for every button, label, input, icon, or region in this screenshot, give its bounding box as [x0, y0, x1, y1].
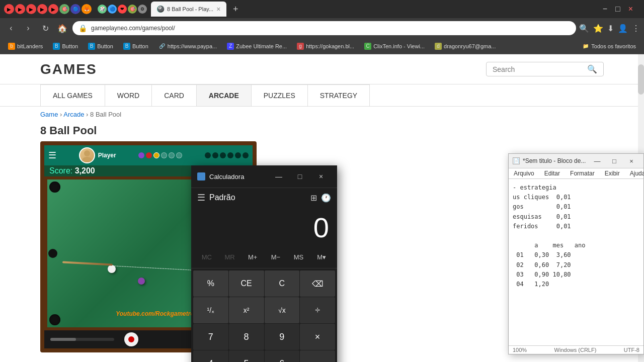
bookmark-label-all: Todos os favoritos	[591, 43, 636, 49]
calc-6-button[interactable]: 6	[265, 350, 300, 362]
notepad-editar[interactable]: Editar	[539, 168, 565, 178]
calc-divide-button[interactable]: ÷	[300, 297, 335, 323]
calc-sqrt-button[interactable]: √x	[265, 297, 300, 323]
calc-9-button[interactable]: 9	[265, 324, 300, 350]
back-button[interactable]: ‹	[4, 21, 18, 35]
nav-strategy[interactable]: STRATEGY	[307, 84, 370, 107]
forward-button[interactable]: ›	[21, 21, 35, 35]
extension-icon[interactable]: 🔍	[579, 24, 589, 33]
tab-group-icon-5[interactable]: ▶	[48, 4, 58, 14]
minimize-button[interactable]: −	[600, 5, 610, 14]
player-balls	[138, 152, 182, 158]
calc-window-buttons: — □ ×	[269, 169, 331, 184]
calc-5-button[interactable]: 5	[229, 350, 264, 362]
calc-ce-button[interactable]: CE	[229, 270, 264, 297]
calc-c-button[interactable]: C	[265, 270, 300, 297]
calc-ms-button[interactable]: MS	[287, 248, 310, 266]
calc-close-button[interactable]: ×	[311, 169, 331, 184]
calc-backspace-button[interactable]: ⌫	[300, 270, 335, 297]
tab-close-button[interactable]: ×	[216, 5, 220, 13]
bookmark-icon-paypal: 🔗	[158, 43, 166, 50]
bookmark-paypal[interactable]: 🔗 https://www.paypa...	[154, 42, 221, 51]
calc-subtract-button[interactable]: −	[300, 350, 335, 362]
breadcrumb-arcade[interactable]: Arcade	[63, 111, 84, 118]
tab-group-icon-6[interactable]: 🎯	[59, 4, 69, 14]
calc-icon	[197, 172, 205, 180]
calc-mdown-button[interactable]: M▾	[310, 248, 333, 266]
notepad-titlebar: 📄 *Sem titulo - Bloco de... — □ ×	[509, 154, 643, 168]
calc-square-button[interactable]: x²	[229, 297, 264, 323]
bookmark-bitlanders[interactable]: b bitLanders	[4, 42, 47, 51]
search-icon[interactable]: 🔍	[587, 64, 597, 74]
download-icon[interactable]: ⬇	[607, 24, 614, 33]
bookmark-button1[interactable]: B Button	[49, 42, 82, 51]
tab-fav-icon: 🎲	[98, 5, 107, 14]
search-input[interactable]	[493, 65, 583, 73]
profile-icon[interactable]: 👤	[618, 24, 628, 33]
nav-arcade[interactable]: ARCADE	[196, 84, 252, 107]
calc-buttons-grid: % CE C ⌫ ¹/ₓ x² √x ÷ 7 8 9 × 4 5 6 − 1 2…	[191, 268, 337, 362]
new-tab-button[interactable]: +	[228, 2, 243, 16]
maximize-button[interactable]: □	[612, 5, 623, 14]
bookmark-label-dragon: dragonryu67@gma...	[444, 43, 496, 49]
pocket-ml	[48, 249, 57, 258]
tab-group-icon-7[interactable]: 🔵	[70, 4, 80, 14]
tab-group-icon-8[interactable]: 🦊	[82, 4, 92, 14]
calc-mminus-button[interactable]: M−	[264, 248, 287, 266]
calc-multiply-button[interactable]: ×	[300, 324, 335, 350]
calc-history-icon[interactable]: 🕐	[321, 193, 331, 203]
notepad-restore-button[interactable]: □	[606, 156, 622, 166]
calc-restore-button[interactable]: □	[290, 169, 310, 184]
calc-mc-button[interactable]: MC	[195, 248, 218, 266]
calc-titlebar: Calculadora — □ ×	[191, 165, 337, 188]
bookmark-icon-clixten: C	[364, 43, 371, 50]
search-bar[interactable]: 🔍	[486, 62, 604, 76]
progress-fill	[50, 338, 76, 341]
calc-reciprocal-button[interactable]: ¹/ₓ	[193, 297, 228, 323]
home-button[interactable]: 🏠	[55, 21, 69, 35]
menu-icon[interactable]: ⋮	[632, 24, 640, 33]
notepad-arquivo[interactable]: Arquivo	[509, 168, 539, 178]
calc-8-button[interactable]: 8	[229, 324, 264, 350]
calc-mr-button[interactable]: MR	[218, 248, 242, 266]
active-tab[interactable]: 🎱 8 Ball Pool - Play... ×	[151, 2, 226, 17]
notepad-formatar[interactable]: Formatar	[565, 168, 600, 178]
calc-percent-button[interactable]: %	[193, 270, 228, 297]
scrollbar-thumb[interactable]	[638, 64, 644, 95]
bookmark-star-icon[interactable]: ⭐	[593, 24, 603, 33]
tab-group-icon-2[interactable]: ▶	[15, 4, 25, 14]
bookmark-dragon[interactable]: d dragonryu67@gma...	[431, 42, 500, 51]
notepad-exibir[interactable]: Exibir	[600, 168, 625, 178]
tab-group-icon-1[interactable]: ▶	[4, 4, 14, 14]
close-button[interactable]: ×	[625, 5, 636, 14]
calc-title: Calculadora	[197, 172, 244, 180]
bookmark-clixten[interactable]: C ClixTen.info - Viewi...	[360, 42, 429, 51]
nav-card[interactable]: CARD	[151, 84, 197, 107]
bookmark-button3[interactable]: B Button	[119, 42, 152, 51]
bookmark-button2[interactable]: B Button	[84, 42, 117, 51]
calc-minimize-button[interactable]: —	[269, 169, 289, 184]
tab-group-icon-4[interactable]: ▶	[37, 4, 47, 14]
notepad-close-button[interactable]: ×	[623, 156, 639, 166]
nav-puzzles[interactable]: PUZZLES	[251, 84, 308, 107]
bookmark-zubee[interactable]: Z Zubee Ultimate Re...	[223, 42, 291, 51]
reload-button[interactable]: ↻	[38, 21, 52, 35]
calc-grid-icon[interactable]: ⊞	[310, 193, 317, 203]
address-bar[interactable]: 🔒 gameplayneo.com/games/pool/	[72, 21, 576, 35]
calc-menu-icon[interactable]: ☰	[197, 192, 205, 203]
notepad-ajuda[interactable]: Ajuda	[625, 168, 644, 178]
bookmark-gokagen[interactable]: g https://gokagen.bl...	[293, 42, 358, 51]
hamburger-icon[interactable]: ☰	[48, 150, 56, 161]
tab-group-icon-3[interactable]: ▶	[26, 4, 36, 14]
notepad-minimize-button[interactable]: —	[589, 156, 605, 166]
calc-mplus-button[interactable]: M+	[241, 248, 264, 266]
nav-word[interactable]: WORD	[105, 84, 152, 107]
notepad-content[interactable]: - estrategia us cliques 0,01 gos 0,01 es…	[509, 179, 643, 345]
bookmark-all-favorites[interactable]: 📁 Todos os favoritos	[578, 42, 640, 51]
nav-all-games[interactable]: ALL GAMES	[40, 84, 105, 107]
calc-4-button[interactable]: 4	[193, 350, 228, 362]
calc-7-button[interactable]: 7	[193, 324, 228, 350]
notepad-window: 📄 *Sem titulo - Bloco de... — □ × Arquiv…	[508, 153, 644, 354]
breadcrumb-game[interactable]: Game	[40, 111, 58, 118]
tab-fav-icon2: 🔵	[108, 5, 117, 14]
